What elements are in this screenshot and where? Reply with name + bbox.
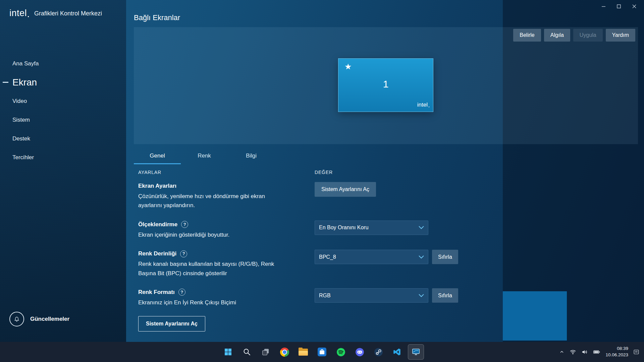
row-color-depth: Renk Derinliği ? Renk kanalı başına kull… <box>138 250 514 278</box>
open-system-settings-footer-button[interactable]: Sistem Ayarlarını Aç <box>138 316 205 331</box>
updates-label: Güncellemeler <box>30 316 69 322</box>
row-description: Ekranınız için En İyi Renk Çıkışı Biçimi <box>138 298 283 307</box>
file-explorer-icon[interactable] <box>295 344 311 360</box>
reset-color-depth-button[interactable]: Sıfırla <box>432 250 458 264</box>
clock-time: 08:39 <box>605 346 628 352</box>
sidebar-item-video[interactable]: Video <box>0 92 126 111</box>
system-tray: 08:39 10.06.2023 <box>559 342 639 362</box>
sidebar-item-system[interactable]: Sistem <box>0 111 126 129</box>
row-value: RGB Sıfırla <box>315 288 514 303</box>
display-tabs: Genel Renk Bilgi <box>134 148 275 164</box>
close-icon[interactable] <box>627 0 642 13</box>
display-number: 1 <box>338 78 433 90</box>
microsoft-store-icon[interactable] <box>314 344 330 360</box>
row-scaling: Ölçeklendirme ? Ekran içeriğinin gösteri… <box>138 221 514 239</box>
sidebar: intel Grafikleri Kontrol Merkezi Ana Say… <box>0 0 126 342</box>
detect-button[interactable]: Algıla <box>544 29 570 42</box>
intel-logo: intel <box>9 9 29 18</box>
chevron-down-icon <box>419 294 424 297</box>
tab-color[interactable]: Renk <box>181 148 228 164</box>
tab-info[interactable]: Bilgi <box>228 148 275 164</box>
page-title: Bağlı Ekranlar <box>134 13 180 22</box>
reset-color-format-button[interactable]: Sıfırla <box>432 288 458 303</box>
dropdown-value: En Boy Oranını Koru <box>319 225 369 231</box>
app-title: Grafikleri Kontrol Merkezi <box>34 10 102 18</box>
row-text: Ekran Ayarları Çözünürlük, yenileme hızı… <box>138 182 315 210</box>
sidebar-item-home[interactable]: Ana Sayfa <box>0 54 126 73</box>
display-1-tile[interactable]: ★ 1 intel <box>338 59 433 112</box>
help-icon[interactable]: ? <box>178 289 185 296</box>
tab-general[interactable]: Genel <box>134 148 181 164</box>
start-icon[interactable] <box>220 344 236 360</box>
search-icon[interactable] <box>239 344 255 360</box>
code-app-icon[interactable] <box>389 344 405 360</box>
screen: Bağlı Ekranlar ★ 1 intel Belirle Algıla … <box>0 0 644 362</box>
spotify-icon[interactable] <box>333 344 349 360</box>
wifi-icon[interactable] <box>570 349 576 355</box>
row-text: Ölçeklendirme ? Ekran içeriğinin gösteri… <box>138 221 315 239</box>
sidebar-nav: Ana Sayfa Ekran Video Sistem Destek Terc… <box>0 54 126 167</box>
row-title: Ölçeklendirme <box>138 221 177 229</box>
dropdown-value: BPC_8 <box>319 254 336 260</box>
row-title: Renk Derinliği <box>138 250 176 258</box>
app-brand: intel Grafikleri Kontrol Merkezi <box>0 0 126 18</box>
notification-icon[interactable] <box>633 349 639 355</box>
intel-graphics-control-window: Bağlı Ekranlar ★ 1 intel Belirle Algıla … <box>0 0 644 342</box>
display-intel-logo: intel <box>417 102 428 108</box>
battery-icon[interactable] <box>593 348 600 356</box>
taskbar-apps <box>220 342 424 362</box>
row-value: Sistem Ayarlarını Aç <box>315 182 514 197</box>
row-title: Ekran Ayarları <box>138 182 315 190</box>
bell-icon <box>9 312 24 326</box>
open-system-settings-button[interactable]: Sistem Ayarlarını Aç <box>315 182 376 197</box>
row-title: Renk Formatı <box>138 288 175 296</box>
row-description: Ekran içeriğinin gösterildiği boyuttur. <box>138 230 283 240</box>
discord-icon[interactable] <box>352 344 368 360</box>
maximize-icon[interactable] <box>611 0 627 13</box>
settings-column-header: AYARLAR <box>138 170 315 175</box>
row-value: En Boy Oranını Koru <box>315 221 514 235</box>
steam-icon[interactable] <box>370 344 386 360</box>
help-icon[interactable]: ? <box>181 221 188 228</box>
star-icon: ★ <box>344 62 352 71</box>
intel-graphics-control-icon[interactable] <box>408 344 424 360</box>
sidebar-item-support[interactable]: Destek <box>0 129 126 148</box>
apply-button[interactable]: Uygula <box>573 29 603 42</box>
row-color-format: Renk Formatı ? Ekranınız için En İyi Ren… <box>138 288 514 307</box>
help-icon[interactable]: ? <box>180 250 187 257</box>
window-controls <box>596 0 642 13</box>
sidebar-item-preferences[interactable]: Tercihler <box>0 148 126 167</box>
identify-button[interactable]: Belirle <box>513 29 541 42</box>
chevron-down-icon <box>419 226 424 229</box>
row-description: Çözünürlük, yenileme hızı ve döndürme gi… <box>138 192 283 210</box>
clock-date: 10.06.2023 <box>605 352 628 358</box>
color-format-dropdown[interactable]: RGB <box>315 288 428 303</box>
updates-button[interactable]: Güncellemeler <box>9 312 69 326</box>
row-display-settings: Ekran Ayarları Çözünürlük, yenileme hızı… <box>138 182 514 210</box>
value-column-header: DEĞER <box>315 170 507 175</box>
scaling-dropdown[interactable]: En Boy Oranını Koru <box>315 221 428 235</box>
color-depth-dropdown[interactable]: BPC_8 <box>315 250 428 264</box>
taskbar: 08:39 10.06.2023 <box>0 342 644 362</box>
active-item-dash <box>3 82 8 83</box>
row-text: Renk Formatı ? Ekranınız için En İyi Ren… <box>138 288 315 307</box>
connected-displays-panel: ★ 1 intel <box>134 27 638 144</box>
chrome-icon[interactable] <box>276 344 292 360</box>
row-description: Renk kanalı başına kullanılan bit sayısı… <box>138 259 283 278</box>
chevron-up-icon[interactable] <box>559 349 565 355</box>
row-text: Renk Derinliği ? Renk kanalı başına kull… <box>138 250 315 278</box>
column-headers: AYARLAR DEĞER <box>138 170 507 175</box>
display-actions: Belirle Algıla Uygula Yardım <box>513 29 635 42</box>
volume-icon[interactable] <box>581 349 588 355</box>
dropdown-value: RGB <box>319 293 331 299</box>
sidebar-item-display[interactable]: Ekran <box>0 73 126 92</box>
chevron-down-icon <box>419 255 424 259</box>
settings-list: Ekran Ayarları Çözünürlük, yenileme hızı… <box>138 182 514 331</box>
task-view-icon[interactable] <box>258 344 274 360</box>
help-button[interactable]: Yardım <box>606 29 635 42</box>
clock[interactable]: 08:39 10.06.2023 <box>605 346 628 358</box>
row-value: BPC_8 Sıfırla <box>315 250 514 264</box>
minimize-icon[interactable] <box>596 0 611 13</box>
